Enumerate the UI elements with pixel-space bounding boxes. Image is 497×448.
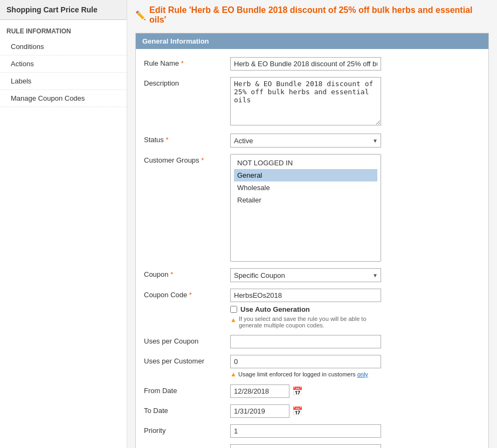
uses-per-customer-input[interactable] (230, 355, 381, 368)
general-information-panel: General Information Rule Name * Descript… (135, 33, 489, 448)
priority-label: Priority (144, 424, 230, 435)
from-date-calendar-icon[interactable]: 📅 (292, 386, 303, 396)
public-rss-select[interactable]: Yes No (230, 444, 381, 448)
priority-input[interactable] (230, 424, 381, 438)
coupon-code-input[interactable] (230, 289, 381, 302)
usage-note: ▲ Usage limit enforced for logged in cus… (230, 370, 480, 378)
status-label: Status * (144, 134, 230, 144)
panel-body: Rule Name * Description (136, 49, 488, 448)
description-input[interactable] (230, 77, 381, 125)
uses-per-coupon-field (230, 335, 480, 348)
customer-groups-field: NOT LOGGED IN General Wholesale Retailer (230, 154, 480, 262)
coupon-field: No Coupon Specific Coupon Auto Generated… (230, 268, 480, 282)
sidebar: Shopping Cart Price Rule Rule Informatio… (0, 0, 127, 448)
usage-warning-icon: ▲ (230, 370, 237, 378)
to-date-label: To Date (144, 404, 230, 415)
from-date-label: From Date (144, 384, 230, 395)
description-label: Description (144, 77, 230, 87)
auto-generation-label: Use Auto Generation (240, 305, 310, 313)
page-title: Edit Rule 'Herb & EO Bundle 2018 discoun… (149, 5, 489, 25)
edit-icon: ✏️ (135, 10, 146, 20)
rule-name-label: Rule Name * (144, 57, 230, 67)
coupon-code-row: Coupon Code * Use Auto Generation ▲ If y… (144, 289, 480, 328)
coupon-code-label: Coupon Code * (144, 289, 230, 299)
from-date-input[interactable] (230, 384, 289, 398)
public-rss-field: Yes No ▼ (230, 444, 480, 448)
status-field: Active Inactive ▼ (230, 134, 480, 148)
coupon-row: Coupon * No Coupon Specific Coupon Auto … (144, 268, 480, 282)
warning-icon: ▲ (230, 316, 237, 324)
status-row: Status * Active Inactive ▼ (144, 134, 480, 148)
sidebar-item-actions[interactable]: Actions (0, 55, 127, 73)
sidebar-section: Rule Information Conditions Actions Labe… (0, 20, 127, 111)
panel-header: General Information (136, 33, 488, 49)
from-date-field: 📅 (230, 384, 480, 398)
uses-per-coupon-row: Uses per Coupon (144, 335, 480, 348)
required-indicator: * (181, 59, 184, 67)
from-date-wrapper: 📅 (230, 384, 480, 398)
page-wrapper: Shopping Cart Price Rule Rule Informatio… (0, 0, 497, 448)
coupon-select-wrapper: No Coupon Specific Coupon Auto Generated… (230, 268, 381, 282)
status-select[interactable]: Active Inactive (230, 134, 381, 148)
coupon-code-field: Use Auto Generation ▲ If you select and … (230, 289, 480, 328)
public-rss-label: Public In RSS Feed (144, 444, 230, 448)
sidebar-section-title: Rule Information (0, 24, 127, 38)
to-date-row: To Date 📅 (144, 404, 480, 418)
rule-name-field (230, 57, 480, 71)
coupon-label: Coupon * (144, 268, 230, 278)
status-select-wrapper: Active Inactive ▼ (230, 134, 381, 148)
to-date-calendar-icon[interactable]: 📅 (292, 406, 303, 416)
uses-per-customer-label: Uses per Customer (144, 355, 230, 365)
uses-per-coupon-input[interactable] (230, 335, 381, 348)
sidebar-item-labels[interactable]: Labels (0, 73, 127, 90)
page-title-bar: ✏️ Edit Rule 'Herb & EO Bundle 2018 disc… (135, 5, 489, 25)
public-rss-row: Public In RSS Feed Yes No ▼ (144, 444, 480, 448)
priority-row: Priority (144, 424, 480, 438)
uses-per-coupon-label: Uses per Coupon (144, 335, 230, 345)
sidebar-item-conditions[interactable]: Conditions (0, 38, 127, 55)
auto-generation-checkbox[interactable] (230, 306, 237, 313)
uses-per-customer-row: Uses per Customer ▲ Usage limit enforced… (144, 355, 480, 378)
to-date-field: 📅 (230, 404, 480, 418)
to-date-input[interactable] (230, 404, 289, 418)
uses-per-customer-field: ▲ Usage limit enforced for logged in cus… (230, 355, 480, 378)
priority-field (230, 424, 480, 438)
to-date-wrapper: 📅 (230, 404, 480, 418)
auto-generation-row: Use Auto Generation (230, 305, 480, 313)
main-content: ✏️ Edit Rule 'Herb & EO Bundle 2018 disc… (127, 0, 497, 448)
customer-groups-select[interactable]: NOT LOGGED IN General Wholesale Retailer (230, 154, 381, 262)
customer-groups-label: Customer Groups * (144, 154, 230, 164)
customer-groups-row: Customer Groups * NOT LOGGED IN General … (144, 154, 480, 262)
usage-note-link[interactable]: only (357, 371, 368, 377)
coupon-select[interactable]: No Coupon Specific Coupon Auto Generated (230, 268, 381, 282)
public-rss-select-wrapper: Yes No ▼ (230, 444, 381, 448)
rule-name-row: Rule Name * (144, 57, 480, 71)
sidebar-item-manage-coupon-codes[interactable]: Manage Coupon Codes (0, 90, 127, 107)
sidebar-title: Shopping Cart Price Rule (0, 0, 127, 20)
from-date-row: From Date 📅 (144, 384, 480, 398)
description-field (230, 77, 480, 127)
auto-generation-info: ▲ If you select and save the rule you wi… (230, 316, 381, 328)
rule-name-input[interactable] (230, 57, 381, 71)
description-row: Description (144, 77, 480, 127)
